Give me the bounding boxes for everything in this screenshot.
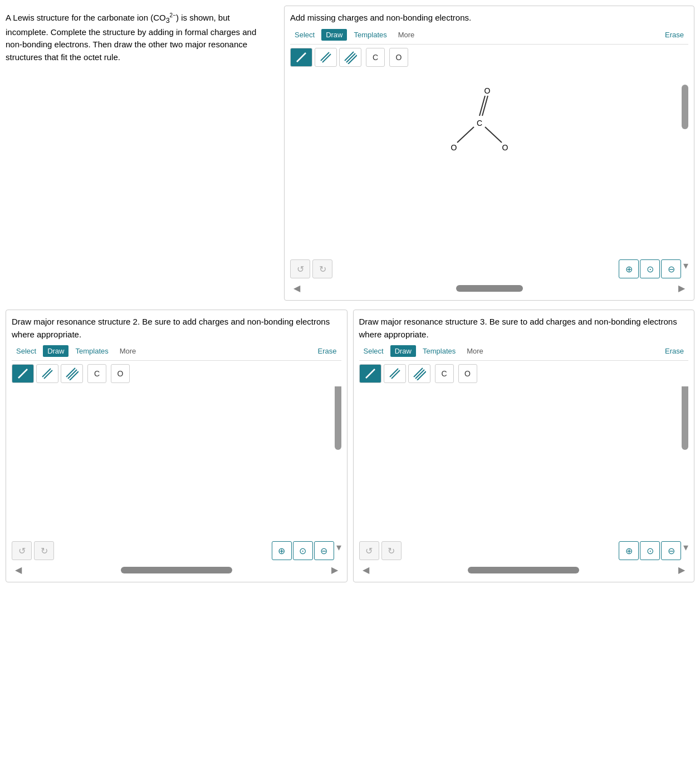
erase-button-2[interactable]: Erase (314, 345, 341, 357)
nav-row-1: ◀ ▶ (290, 282, 688, 295)
more-button-2[interactable]: More (115, 345, 141, 357)
carbon-button-1[interactable]: C (366, 48, 385, 67)
draw-panel-1: Add missing charges and non-bonding elec… (284, 6, 694, 301)
nav-right-2[interactable]: ▶ (328, 563, 341, 576)
scrollbar-horizontal-1[interactable] (456, 285, 523, 292)
svg-line-10 (457, 127, 474, 143)
bottom-controls-3: ↺ ↻ ⊕ ⊙ ⊖ ▾ (359, 539, 689, 560)
bottom-section: Draw major resonance structure 2. Be sur… (6, 310, 694, 582)
panel-2-title: Draw major resonance structure 2. Be sur… (12, 316, 341, 341)
toolbar-1: Select Draw Templates More Erase (290, 29, 688, 45)
nav-left-3[interactable]: ◀ (359, 563, 373, 576)
draw-button-3[interactable]: Draw (390, 345, 416, 357)
zoom-controls-3: ⊕ ⊙ ⊖ ▾ (619, 541, 688, 560)
select-button-3[interactable]: Select (359, 345, 388, 357)
triple-bond-button-3[interactable] (408, 364, 430, 383)
triple-bond-button-1[interactable] (339, 48, 361, 67)
problem-text: A Lewis structure for the carbonate ion … (6, 6, 278, 301)
toolbar-2: Select Draw Templates More Erase (12, 345, 341, 361)
toolbar-3: Select Draw Templates More Erase (359, 345, 689, 361)
molecule-display-1: O C O O (290, 70, 688, 193)
carbon-button-2[interactable]: C (87, 364, 106, 383)
bond-tools-1: C O (290, 48, 688, 67)
drawing-area-3[interactable] (359, 386, 689, 536)
single-bond-button-3[interactable] (359, 364, 381, 383)
panel-1-title: Add missing charges and non-bonding elec… (290, 12, 688, 24)
drawing-area-1[interactable]: O C O O (290, 70, 688, 254)
undo-redo-2: ↺ ↻ (12, 541, 54, 560)
svg-text:O: O (451, 143, 457, 152)
oxygen-button-3[interactable]: O (458, 364, 477, 383)
double-bond-button-3[interactable] (384, 364, 406, 383)
svg-line-14 (18, 369, 27, 378)
bond-tools-3: C O (359, 364, 689, 383)
nav-row-2: ◀ ▶ (12, 563, 341, 576)
svg-text:O: O (484, 86, 490, 95)
redo-button-3[interactable]: ↻ (381, 541, 402, 560)
svg-line-8 (482, 96, 488, 116)
zoom-out-button-1[interactable]: ⊖ (661, 259, 681, 278)
undo-button-3[interactable]: ↺ (359, 541, 379, 560)
redo-button-1[interactable]: ↻ (312, 259, 332, 278)
double-bond-button-1[interactable] (315, 48, 337, 67)
svg-text:O: O (502, 143, 508, 152)
zoom-out-button-3[interactable]: ⊖ (661, 541, 681, 560)
svg-line-0 (297, 53, 306, 62)
oxygen-button-1[interactable]: O (389, 48, 408, 67)
superscript-charge: 2− (170, 12, 176, 18)
nav-row-3: ◀ ▶ (359, 563, 689, 576)
undo-button-2[interactable]: ↺ (12, 541, 32, 560)
bottom-controls-1: ↺ ↻ ⊕ ⊙ ⊖ ▾ (290, 257, 688, 278)
zoom-out-button-2[interactable]: ⊖ (314, 541, 334, 560)
nav-right-3[interactable]: ▶ (675, 563, 688, 576)
svg-line-7 (479, 96, 485, 116)
bond-tools-2: C O (12, 364, 341, 383)
zoom-fit-button-3[interactable]: ⊙ (640, 541, 660, 560)
svg-line-20 (366, 369, 375, 378)
draw-panel-2: Draw major resonance structure 2. Be sur… (6, 310, 347, 582)
draw-button-2[interactable]: Draw (43, 345, 68, 357)
svg-line-12 (485, 127, 502, 143)
scrollbar-vertical-2[interactable] (335, 386, 341, 450)
zoom-controls-1: ⊕ ⊙ ⊖ ▾ (619, 259, 688, 278)
nav-left-2[interactable]: ◀ (12, 563, 25, 576)
panel-3-title: Draw major resonance structure 3. Be sur… (359, 316, 689, 341)
drawing-area-2[interactable] (12, 386, 341, 536)
double-bond-button-2[interactable] (36, 364, 58, 383)
templates-button-3[interactable]: Templates (418, 345, 460, 357)
nav-left-1[interactable]: ◀ (290, 282, 304, 295)
svg-text:C: C (476, 119, 482, 128)
bottom-controls-2: ↺ ↻ ⊕ ⊙ ⊖ ▾ (12, 539, 341, 560)
draw-button-1[interactable]: Draw (321, 29, 347, 41)
undo-redo-1: ↺ ↻ (290, 259, 332, 278)
scrollbar-horizontal-2[interactable] (121, 567, 232, 573)
zoom-fit-button-2[interactable]: ⊙ (293, 541, 313, 560)
more-button-3[interactable]: More (462, 345, 488, 357)
zoom-controls-2: ⊕ ⊙ ⊖ ▾ (272, 541, 341, 560)
undo-button-1[interactable]: ↺ (290, 259, 310, 278)
zoom-in-button-1[interactable]: ⊕ (619, 259, 639, 278)
scrollbar-vertical-3[interactable] (682, 386, 688, 450)
carbon-button-3[interactable]: C (435, 364, 454, 383)
triple-bond-button-2[interactable] (61, 364, 83, 383)
scrollbar-vertical-1[interactable] (682, 85, 688, 129)
single-bond-button-2[interactable] (12, 364, 34, 383)
single-bond-button-1[interactable] (290, 48, 312, 67)
nav-right-1[interactable]: ▶ (675, 282, 688, 295)
templates-button-2[interactable]: Templates (71, 345, 112, 357)
erase-button-1[interactable]: Erase (660, 29, 688, 41)
select-button-1[interactable]: Select (290, 29, 319, 41)
select-button-2[interactable]: Select (12, 345, 41, 357)
draw-panel-3: Draw major resonance structure 3. Be sur… (353, 310, 695, 582)
undo-redo-3: ↺ ↻ (359, 541, 402, 560)
oxygen-button-2[interactable]: O (111, 364, 130, 383)
more-button-1[interactable]: More (394, 29, 419, 41)
redo-button-2[interactable]: ↻ (34, 541, 54, 560)
scrollbar-horizontal-3[interactable] (468, 567, 579, 573)
subscript-3: 3 (166, 17, 170, 24)
zoom-fit-button-1[interactable]: ⊙ (640, 259, 660, 278)
zoom-in-button-3[interactable]: ⊕ (619, 541, 639, 560)
zoom-in-button-2[interactable]: ⊕ (272, 541, 292, 560)
erase-button-3[interactable]: Erase (660, 345, 688, 357)
templates-button-1[interactable]: Templates (349, 29, 391, 41)
